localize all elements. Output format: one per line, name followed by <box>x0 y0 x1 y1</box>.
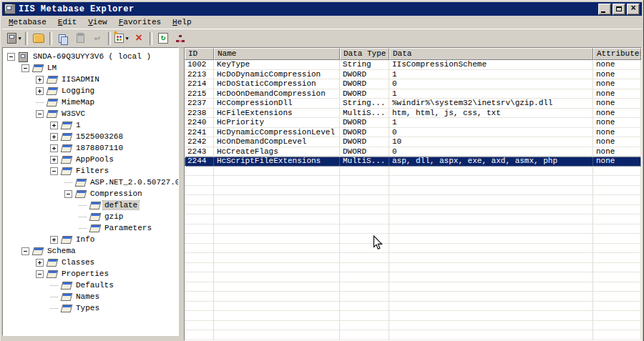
tree-item-parameters[interactable]: Parameters <box>3 222 178 234</box>
tree-item-iisadmin[interactable]: IISADMIN <box>3 74 178 85</box>
table-row-2215[interactable]: 2215HcDoOnDemandCompressionDWORD1none <box>185 89 641 99</box>
table-row-empty[interactable] <box>185 253 641 263</box>
tree-item-logging[interactable]: Logging <box>3 85 178 97</box>
copy-button[interactable] <box>55 31 71 46</box>
table-row-empty[interactable] <box>185 167 641 177</box>
open-button[interactable] <box>31 31 47 46</box>
table-row-empty[interactable] <box>185 195 641 205</box>
table-cell-empty <box>593 214 641 224</box>
tree-item-1[interactable]: 1 <box>3 119 178 131</box>
expand-plus-icon[interactable] <box>36 76 44 84</box>
menu-bar: MetabaseEditViewFavoritesHelp <box>2 16 642 29</box>
tree-connector <box>79 217 87 217</box>
expand-plus-icon[interactable] <box>50 236 58 244</box>
tree-item-snda-69q3uyy3v6-local-[interactable]: SNDA-69Q3UYY3V6 ( local ) <box>3 51 178 62</box>
chevron-down-icon[interactable]: ▼ <box>18 36 21 41</box>
refresh-button[interactable]: ↻ <box>155 31 171 46</box>
table-row-empty[interactable] <box>185 282 641 292</box>
tree-item-classes[interactable]: Classes <box>3 257 178 268</box>
table-row-empty[interactable] <box>185 176 641 186</box>
tree-item-asp-net-2-0-50727-0[interactable]: ASP.NET_2.0.50727.0 <box>3 177 178 188</box>
column-header-data[interactable]: Data <box>389 48 593 60</box>
close-button[interactable]: × <box>627 4 640 15</box>
delete-button[interactable]: × <box>131 31 147 46</box>
undo-button[interactable]: ↩ <box>89 31 105 46</box>
table-row-empty[interactable] <box>185 272 641 282</box>
tree-item-schema[interactable]: Schema <box>3 245 178 257</box>
collapse-minus-icon[interactable] <box>64 190 72 198</box>
tree-item-w3svc[interactable]: W3SVC <box>3 108 178 119</box>
collapse-minus-icon[interactable] <box>50 167 58 175</box>
table-row-2242[interactable]: 2242HcOnDemandCompLevelDWORD10none <box>185 137 641 147</box>
collapse-minus-icon[interactable] <box>7 53 15 61</box>
chevron-down-icon[interactable]: ▼ <box>125 36 128 41</box>
table-row-2243[interactable]: 2243HcCreateFlagsDWORD0none <box>185 147 641 157</box>
tree-item-lm[interactable]: LM <box>3 62 178 74</box>
table-row-empty[interactable] <box>185 311 641 321</box>
tree-item-names[interactable]: Names <box>3 291 178 302</box>
menu-item-metabase[interactable]: Metabase <box>3 16 52 29</box>
table-row-empty[interactable] <box>185 186 641 196</box>
table-row-empty[interactable] <box>185 205 641 215</box>
table-row-empty[interactable] <box>185 244 641 254</box>
table-row-empty[interactable] <box>185 340 641 341</box>
tree-item-info[interactable]: Info <box>3 234 178 245</box>
menu-item-edit[interactable]: Edit <box>52 16 82 29</box>
table-cell-empty <box>340 321 389 331</box>
table-cell: 2213 <box>185 70 214 80</box>
tree-item-deflate[interactable]: deflate <box>3 199 178 211</box>
collapse-minus-icon[interactable] <box>21 247 29 255</box>
tree-item-compression[interactable]: Compression <box>3 188 178 199</box>
collapse-minus-icon[interactable] <box>36 110 44 118</box>
panel-splitter[interactable] <box>179 47 184 341</box>
table-row-1002[interactable]: 1002KeyTypeStringIIsCompressionSchemenon… <box>185 60 641 70</box>
table-row-empty[interactable] <box>185 321 641 331</box>
column-header-data-type[interactable]: Data Type <box>340 48 389 60</box>
column-header-name[interactable]: Name <box>214 48 340 60</box>
menu-item-view[interactable]: View <box>82 16 112 29</box>
tree-item-mimemap[interactable]: MimeMap <box>3 97 178 108</box>
table-row-empty[interactable] <box>185 330 641 340</box>
tree-item-filters[interactable]: Filters <box>3 165 178 177</box>
table-row-empty[interactable] <box>185 302 641 312</box>
table-row-2238[interactable]: 2238HcFileExtensionsMultiS...htm, html, … <box>185 109 641 119</box>
collapse-minus-icon[interactable] <box>21 64 29 72</box>
tree-view-button[interactable] <box>172 31 188 46</box>
table-cell-empty <box>214 195 340 205</box>
tree-item-apppools[interactable]: AppPools <box>3 154 178 165</box>
tree-item-1525003268[interactable]: 1525003268 <box>3 131 178 142</box>
table-row-2244[interactable]: 2244HcScriptFileExtensionsMultiS...asp, … <box>185 157 641 167</box>
menu-item-help[interactable]: Help <box>167 16 197 29</box>
tree-item-1878807110[interactable]: 1878807110 <box>3 142 178 154</box>
table-row-2214[interactable]: 2214HcDoStaticCompressionDWORD0none <box>185 79 641 89</box>
menu-item-favorites[interactable]: Favorites <box>113 16 167 29</box>
column-header-id[interactable]: ID <box>185 48 214 60</box>
expand-plus-icon[interactable] <box>50 133 58 141</box>
table-cell-empty <box>593 205 641 215</box>
tree-item-properties[interactable]: Properties <box>3 268 178 280</box>
table-row-empty[interactable] <box>185 224 641 234</box>
paste-button[interactable] <box>72 31 88 46</box>
tree-item-types[interactable]: Types <box>3 302 178 314</box>
table-row-empty[interactable] <box>185 234 641 244</box>
connect-server-button[interactable]: ▼ <box>6 31 22 46</box>
table-row-2213[interactable]: 2213HcDoDynamicCompressionDWORD1none <box>185 70 641 80</box>
maximize-button[interactable] <box>613 4 625 15</box>
table-row-empty[interactable] <box>185 263 641 273</box>
table-row-2237[interactable]: 2237HcCompressionDllString...%windir%\sy… <box>185 99 641 109</box>
tree-item-defaults[interactable]: Defaults <box>3 280 178 291</box>
expand-plus-icon[interactable] <box>50 156 58 164</box>
expand-plus-icon[interactable] <box>50 122 58 129</box>
minimize-button[interactable] <box>598 4 611 15</box>
expand-plus-icon[interactable] <box>36 87 44 95</box>
expand-plus-icon[interactable] <box>50 144 58 152</box>
new-key-button[interactable]: ▼ <box>114 31 130 46</box>
expand-plus-icon[interactable] <box>36 259 44 267</box>
tree-item-gzip[interactable]: gzip <box>3 211 178 222</box>
table-row-2241[interactable]: 2241HcDynamicCompressionLevelDWORD0none <box>185 128 641 138</box>
collapse-minus-icon[interactable] <box>36 270 44 278</box>
table-row-2240[interactable]: 2240HcPriorityDWORD1none <box>185 118 641 128</box>
table-row-empty[interactable] <box>185 292 641 302</box>
column-header-attributes[interactable]: Attributes <box>593 48 641 60</box>
table-row-empty[interactable] <box>185 214 641 224</box>
